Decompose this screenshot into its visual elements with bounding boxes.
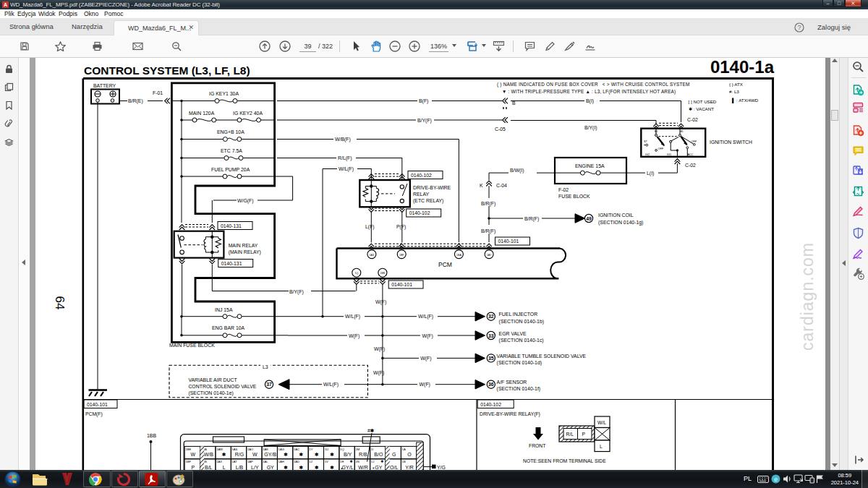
svg-text:(SECTION 0140-1e): (SECTION 0140-1e) xyxy=(188,390,233,396)
svg-text:Y/R: Y/R xyxy=(405,465,414,470)
svg-text:W(F): W(F) xyxy=(420,382,430,388)
svg-text:✱: ✱ xyxy=(284,465,288,470)
svg-text:DRIVE-BY-WIRE: DRIVE-BY-WIRE xyxy=(413,185,451,190)
svg-text:#✱: #✱ xyxy=(367,428,375,433)
svg-text:1N: 1N xyxy=(355,460,359,463)
svg-text:O: O xyxy=(407,452,412,457)
svg-text:1AG: 1AG xyxy=(278,448,284,451)
svg-text:FUEL INJECTOR: FUEL INJECTOR xyxy=(499,312,538,317)
svg-text:1AX: 1AX xyxy=(216,460,222,463)
svg-text:W/B(F): W/B(F) xyxy=(335,137,351,142)
svg-text:(MAIN RELAY): (MAIN RELAY) xyxy=(229,249,261,255)
svg-text:ENG BAR 10A: ENG BAR 10A xyxy=(212,325,245,330)
svg-text:B/Y(F): B/Y(F) xyxy=(289,289,304,295)
svg-text:NOTE:SEEN FROM TERMINAL SIDE: NOTE:SEEN FROM TERMINAL SIDE xyxy=(523,458,606,463)
svg-text:1A: 1A xyxy=(402,448,406,451)
svg-text:B/R(F): B/R(F) xyxy=(481,228,495,234)
svg-text:C-05: C-05 xyxy=(495,127,506,132)
svg-text:GY/L: GY/L xyxy=(342,465,354,470)
svg-text:1B: 1B xyxy=(402,460,406,463)
svg-text:CONTROL SOLENOID VALVE: CONTROL SOLENOID VALVE xyxy=(188,384,256,389)
svg-text:1AC: 1AC xyxy=(294,448,299,451)
svg-text:✱: ✱ xyxy=(299,452,304,457)
svg-text:1Z: 1Z xyxy=(309,460,312,463)
svg-text:✱: ✱ xyxy=(315,452,319,457)
svg-text:W/L(F): W/L(F) xyxy=(418,314,433,320)
svg-text:L/B: L/B xyxy=(236,465,244,470)
svg-text:B/R(E): B/R(E) xyxy=(128,98,143,104)
svg-text:36: 36 xyxy=(488,382,494,387)
svg-text:MAIN 120A: MAIN 120A xyxy=(189,111,215,116)
svg-text:1I: 1I xyxy=(371,448,374,451)
svg-text:W(F): W(F) xyxy=(420,356,431,361)
svg-text:L: L xyxy=(600,444,603,449)
svg-text:ACC: ACC xyxy=(688,153,694,156)
svg-text:33: 33 xyxy=(488,333,494,338)
svg-text:✱: ✱ xyxy=(284,452,288,457)
svg-text:B: B xyxy=(512,100,516,106)
svg-text:1BF: 1BF xyxy=(399,254,404,257)
svg-text:R/G: R/G xyxy=(235,452,244,457)
svg-text:L3: L3 xyxy=(263,364,268,369)
svg-text:1M: 1M xyxy=(355,448,359,451)
svg-text:IGNITION COIL: IGNITION COIL xyxy=(598,213,634,218)
svg-text:✱: ✱ xyxy=(380,459,384,463)
svg-text:K: K xyxy=(480,183,483,188)
svg-text:49: 49 xyxy=(586,216,592,221)
svg-text:IGNITION SWITCH: IGNITION SWITCH xyxy=(710,140,752,145)
svg-text:C-02: C-02 xyxy=(687,117,698,122)
svg-text:ENG+B 10A: ENG+B 10A xyxy=(217,129,244,134)
svg-text:(SECTION 0140-1c): (SECTION 0140-1c) xyxy=(499,338,544,343)
svg-text:cardiagn.com: cardiagn.com xyxy=(798,242,817,351)
svg-text:[ ] NOT USED: [ ] NOT USED xyxy=(689,99,717,104)
svg-text:B/R(F): B/R(F) xyxy=(481,201,495,207)
svg-text:( ) NAME INDICATED ON FUSE BOX: ( ) NAME INDICATED ON FUSE BOX COVER < >… xyxy=(497,82,690,87)
svg-text:ST: ST xyxy=(644,140,648,143)
svg-text:PCM(F): PCM(F) xyxy=(85,411,103,417)
svg-text:32: 32 xyxy=(488,314,494,319)
svg-text:1AP: 1AP xyxy=(247,460,253,463)
svg-text:W: W xyxy=(252,452,258,457)
svg-text:Y/G: Y/G xyxy=(437,465,446,470)
svg-text:37: 37 xyxy=(266,382,272,387)
svg-text:0140-101: 0140-101 xyxy=(87,402,108,407)
svg-text:?: ? xyxy=(797,24,801,31)
svg-text:0140-102: 0140-102 xyxy=(411,173,432,178)
svg-text:F-01: F-01 xyxy=(153,90,163,95)
svg-text:(SECTION 0140-1f): (SECTION 0140-1f) xyxy=(497,386,541,392)
svg-text:R/L: R/L xyxy=(566,432,574,437)
svg-text:{ } ATX: { } ATX xyxy=(729,82,743,87)
svg-text:1AS: 1AS xyxy=(232,448,238,451)
svg-text:B/Y(F): B/Y(F) xyxy=(417,118,432,124)
svg-text:BATTERY: BATTERY xyxy=(93,83,116,88)
svg-text:B/O: B/O xyxy=(374,452,383,457)
svg-text:(ETC RELAY): (ETC RELAY) xyxy=(413,198,443,204)
svg-text:R/L(F): R/L(F) xyxy=(338,155,352,161)
svg-text:W/R: W/R xyxy=(358,465,368,470)
svg-text:0140-102: 0140-102 xyxy=(480,402,501,407)
svg-text:IG KEY1 30A: IG KEY1 30A xyxy=(209,91,239,96)
svg-text:1Q: 1Q xyxy=(340,448,344,451)
svg-text:e: e xyxy=(774,476,778,483)
svg-text:W/G(F): W/G(F) xyxy=(237,198,254,204)
svg-text:W/L: W/L xyxy=(597,420,606,425)
svg-text:W(F): W(F) xyxy=(422,333,433,339)
svg-text:1J: 1J xyxy=(371,460,374,463)
svg-text:VARIABLE TUMBLE SOLENOID VALVE: VARIABLE TUMBLE SOLENOID VALVE xyxy=(497,354,587,359)
svg-text:C-02: C-02 xyxy=(685,163,696,168)
svg-text:0140-131: 0140-131 xyxy=(221,261,242,266)
svg-text:FUEL PUMP 20A: FUEL PUMP 20A xyxy=(211,167,250,172)
svg-text:CONTROL SYSTEM (L3, LF, L8): CONTROL SYSTEM (L3, LF, L8) xyxy=(84,64,250,77)
svg-text:F-02: F-02 xyxy=(558,187,569,192)
svg-text:1Q: 1Q xyxy=(354,272,358,275)
svg-text:C-04: C-04 xyxy=(496,183,507,188)
svg-text:O/L: O/L xyxy=(390,465,398,470)
svg-text:✱: ✱ xyxy=(330,452,334,457)
svg-text:✱ : VACANT: ✱ : VACANT xyxy=(689,106,714,111)
svg-text:(SECTION 0140-1g): (SECTION 0140-1g) xyxy=(598,220,643,226)
svg-text:L: L xyxy=(223,465,226,470)
svg-text:FRONT: FRONT xyxy=(529,443,545,448)
svg-text:L(I): L(I) xyxy=(647,171,654,176)
svg-text:▌ : ATX/4WD: ▌ : ATX/4WD xyxy=(732,98,759,103)
svg-text:L(F): L(F) xyxy=(365,224,375,230)
